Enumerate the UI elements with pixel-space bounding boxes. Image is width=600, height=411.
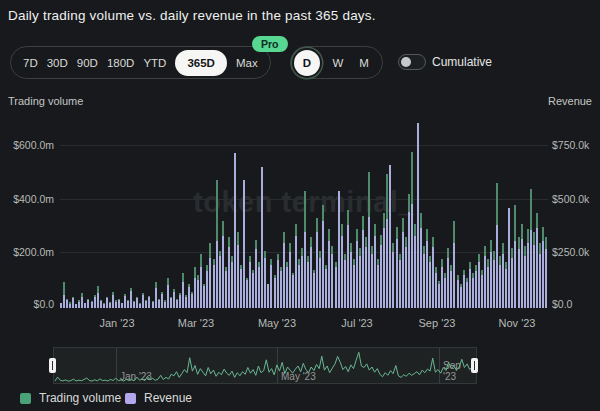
brush-handle-right[interactable] [471,358,478,373]
revenue-bar [69,304,71,308]
revenue-bar [164,302,166,309]
legend-revenue[interactable]: Revenue [125,391,192,405]
revenue-bar [81,297,83,308]
revenue-bar [475,271,477,308]
left-tick-200m: $200.0m [8,246,54,258]
revenue-bar [167,285,169,308]
revenue-bar [176,300,178,308]
revenue-bar [203,286,205,308]
granularity-monthly[interactable]: M [356,57,372,69]
timeframe-30d[interactable]: 30D [47,57,68,69]
revenue-bar [124,296,126,308]
revenue-bar [371,254,373,308]
revenue-bar [246,280,248,308]
granularity-selector: D W M [290,46,383,79]
revenue-bar [158,300,160,308]
revenue-bar [100,301,102,308]
revenue-bar [185,297,187,308]
cumulative-toggle[interactable] [398,54,426,70]
revenue-bar [380,245,382,308]
timeframe-180d[interactable]: 180D [107,57,135,69]
revenue-bar [94,297,96,308]
revenue-bar [289,252,291,309]
revenue-bar [457,280,459,308]
right-tick-500k: $500.0k [552,193,596,205]
revenue-bar [72,298,74,308]
revenue-bar [216,241,218,308]
revenue-bar [377,265,379,309]
revenue-bar [438,284,440,308]
revenue-bar [533,245,535,308]
revenue-bar [295,236,297,308]
revenue-bar [234,153,236,308]
revenue-bar [423,254,425,308]
revenue-bar [277,260,279,308]
revenue-bar [63,295,65,308]
revenue-bar [362,230,364,308]
left-tick-600m: $600.0m [8,139,54,151]
revenue-bar [292,275,294,308]
x-tick-jul: Jul '23 [341,317,372,329]
revenue-bar [521,239,523,309]
revenue-bar [194,278,196,308]
revenue-bar [466,282,468,308]
revenue-bar [341,236,343,308]
plot-area[interactable] [60,120,548,308]
revenue-bar [283,243,285,308]
right-tick-250k: $250.0k [552,246,596,258]
revenue-bar [484,256,486,308]
revenue-bar [490,252,492,309]
revenue-bar [508,208,510,308]
revenue-bar [264,258,266,308]
revenue-bar [411,204,413,308]
revenue-bar [344,260,346,308]
revenue-bar [200,267,202,308]
cumulative-label: Cumulative [432,55,492,69]
timeframe-365d-selected[interactable]: 365D [175,50,227,76]
revenue-bar [75,304,77,308]
revenue-bar [463,275,465,308]
timeframe-90d[interactable]: 90D [77,57,98,69]
revenue-bar [460,287,462,308]
x-tick-nov: Nov '23 [499,317,536,329]
range-brush[interactable]: Jan '23 May '23 Sep '23 [53,347,477,384]
timeframe-7d[interactable]: 7D [23,57,38,69]
revenue-bar [249,262,251,308]
revenue-bar [115,302,117,309]
volume-swatch-icon [20,393,31,404]
brush-handle-left[interactable] [49,358,56,373]
revenue-bar [426,241,428,308]
chart-panel: Daily trading volume vs. daily revenue i… [0,0,600,411]
left-tick-400m: $400.0m [8,193,54,205]
revenue-bar [298,265,300,309]
revenue-bar [350,252,352,309]
revenue-bar [435,273,437,308]
timeframe-max[interactable]: Max [236,57,258,69]
revenue-bar [313,273,315,308]
revenue-bar [60,303,62,308]
granularity-daily-selected[interactable]: D [294,50,320,76]
revenue-bar [359,256,361,308]
revenue-bar [502,254,504,308]
revenue-bar [152,302,154,308]
granularity-weekly[interactable]: W [330,57,346,69]
legend-trading-volume[interactable]: Trading volume [20,391,121,405]
revenue-bar [447,258,449,308]
revenue-bar [261,167,263,308]
revenue-bar [301,256,303,308]
revenue-bar [389,165,391,308]
revenue-bar [173,292,175,308]
left-axis-title: Trading volume [8,95,83,107]
revenue-bar [335,267,337,308]
revenue-bar [505,269,507,308]
revenue-bar [274,278,276,308]
revenue-bar [530,230,532,308]
revenue-bar [161,294,163,308]
revenue-bar [539,254,541,308]
timeframe-ytd[interactable]: YTD [143,57,166,69]
revenue-bar [542,241,544,308]
revenue-bar [286,267,288,308]
revenue-bar [545,249,547,308]
revenue-bar [331,254,333,308]
revenue-bar [429,262,431,308]
